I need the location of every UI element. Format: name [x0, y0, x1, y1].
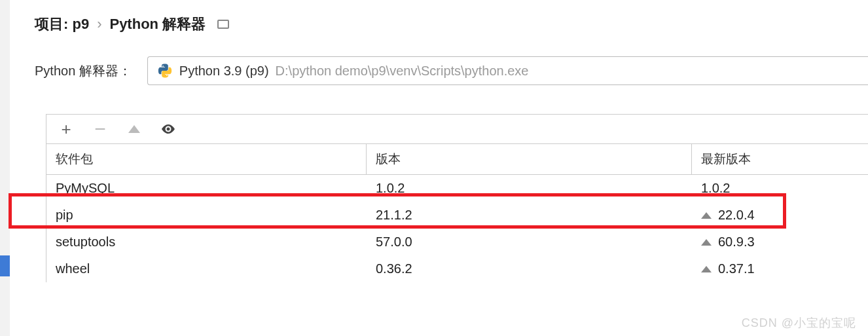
left-gutter	[0, 0, 10, 336]
package-version: 21.1.2	[367, 208, 692, 223]
col-header-name[interactable]: 软件包	[46, 144, 367, 174]
package-latest-value: 60.9.3	[718, 234, 755, 250]
package-name: PyMySQL	[46, 181, 367, 196]
table-row[interactable]: PyMySQL1.0.21.0.2	[46, 175, 868, 202]
watermark: CSDN @小宝的宝呢	[742, 315, 856, 331]
package-name: pip	[46, 208, 367, 223]
settings-page: 项目: p9 › Python 解释器 Python 解释器： Python 3…	[10, 0, 868, 336]
table-row[interactable]: wheel0.36.20.37.1	[46, 255, 868, 282]
packages-toolbar: + −	[46, 115, 868, 144]
package-version: 57.0.0	[367, 234, 692, 250]
show-early-releases-button[interactable]	[160, 121, 176, 137]
add-package-button[interactable]: +	[58, 121, 74, 137]
interpreter-path: D:\python demo\p9\venv\Scripts\python.ex…	[276, 64, 529, 79]
packages-table: 软件包 版本 最新版本 PyMySQL1.0.21.0.2pip21.1.222…	[46, 144, 868, 282]
package-version: 1.0.2	[367, 181, 692, 196]
col-header-latest[interactable]: 最新版本	[692, 144, 868, 174]
col-header-version[interactable]: 版本	[367, 144, 692, 174]
eye-icon	[160, 121, 176, 137]
breadcrumb-separator: ›	[97, 16, 101, 33]
breadcrumb-page: Python 解释器	[109, 14, 206, 34]
table-header: 软件包 版本 最新版本	[46, 144, 868, 175]
package-latest-value: 1.0.2	[701, 181, 730, 196]
package-latest-value: 22.0.4	[718, 208, 755, 223]
collapse-icon[interactable]	[217, 20, 229, 29]
upgrade-available-icon	[701, 212, 712, 219]
package-latest: 1.0.2	[692, 181, 868, 196]
table-row[interactable]: pip21.1.222.0.4	[46, 202, 868, 229]
package-latest: 22.0.4	[692, 208, 868, 223]
interpreter-row: Python 解释器： Python 3.9 (p9) D:\python de…	[10, 34, 868, 85]
table-body: PyMySQL1.0.21.0.2pip21.1.222.0.4setuptoo…	[46, 175, 868, 282]
package-latest: 60.9.3	[692, 234, 868, 250]
interpreter-name: Python 3.9 (p9)	[179, 64, 269, 79]
upgrade-available-icon	[701, 266, 712, 272]
sidebar-active-marker	[0, 255, 10, 276]
upgrade-available-icon	[701, 239, 712, 246]
remove-package-button[interactable]: −	[92, 121, 108, 137]
interpreter-dropdown[interactable]: Python 3.9 (p9) D:\python demo\p9\venv\S…	[147, 56, 868, 85]
upgrade-package-button[interactable]	[126, 121, 142, 137]
python-icon	[157, 63, 173, 79]
triangle-up-icon	[128, 125, 140, 133]
breadcrumb-project[interactable]: 项目: p9	[35, 14, 89, 34]
package-latest-value: 0.37.1	[718, 261, 755, 276]
package-name: setuptools	[46, 234, 367, 250]
package-latest: 0.37.1	[692, 261, 868, 276]
package-version: 0.36.2	[367, 261, 692, 276]
package-name: wheel	[46, 261, 367, 276]
table-row[interactable]: setuptools57.0.060.9.3	[46, 229, 868, 255]
breadcrumb: 项目: p9 › Python 解释器	[10, 0, 868, 34]
interpreter-label: Python 解释器：	[35, 62, 132, 80]
packages-panel: + − 软件包 版本 最新版本 PyMySQL1.0.21.0.2pip21.1…	[46, 114, 868, 282]
